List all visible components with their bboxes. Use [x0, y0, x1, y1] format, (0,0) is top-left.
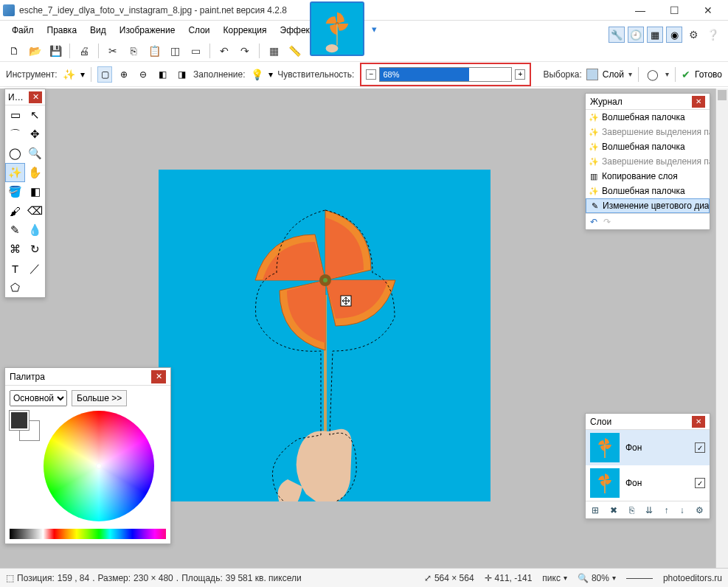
tool-pencil[interactable]: ✎ — [5, 220, 25, 240]
thumb-menu-icon[interactable]: ▾ — [372, 24, 377, 35]
antialias-icon[interactable]: ◯ — [645, 66, 661, 83]
selection-invert-icon[interactable]: ◨ — [174, 66, 189, 83]
deselect-icon[interactable]: ▭ — [187, 43, 204, 59]
fill-dropdown-icon[interactable]: ▾ — [268, 69, 273, 80]
tool-ellipse-select[interactable]: ◯ — [5, 144, 25, 163]
tool-clone[interactable]: ⌘ — [5, 240, 25, 259]
cut-icon[interactable]: ✂ — [105, 43, 121, 59]
layers-panel-toggle[interactable]: ▦ — [647, 27, 663, 43]
selection-add-icon[interactable]: ⊕ — [117, 66, 131, 83]
copy-icon[interactable]: ⎘ — [125, 43, 142, 59]
layer-add-icon[interactable]: ⊞ — [592, 505, 599, 515]
selection-scope-value[interactable]: Слой — [603, 69, 624, 80]
tool-zoom[interactable]: 🔍 — [25, 144, 45, 163]
history-redo-icon[interactable]: ↷ — [603, 217, 611, 227]
status-unit[interactable]: пикс ▾ — [542, 573, 567, 583]
tool-text[interactable]: T — [5, 259, 25, 278]
document-thumb[interactable] — [310, 1, 364, 56]
fill-mode-icon[interactable]: 💡 — [250, 66, 265, 83]
history-window-header[interactable]: Журнал ✕ — [586, 94, 710, 110]
crop-icon[interactable]: ◫ — [167, 43, 183, 59]
menu-file[interactable]: Файл — [6, 22, 40, 38]
close-button[interactable]: ✕ — [691, 0, 725, 21]
tool-brush[interactable]: 🖌 — [5, 201, 25, 220]
menu-layers[interactable]: Слои — [182, 22, 215, 38]
history-window-close[interactable]: ✕ — [692, 96, 705, 108]
redo-icon[interactable]: ↷ — [237, 43, 253, 59]
settings-icon[interactable]: ⚙ — [685, 27, 701, 43]
colors-window-close[interactable]: ✕ — [151, 370, 166, 383]
menu-adjust[interactable]: Коррекция — [218, 22, 273, 38]
fg-color-swatch[interactable] — [10, 411, 29, 430]
commit-label[interactable]: Готово — [695, 69, 722, 80]
layer-visible-checkbox[interactable]: ✓ — [695, 478, 705, 488]
tolerance-plus-button[interactable]: + — [515, 69, 525, 80]
tool-move-pixels[interactable]: ✥ — [25, 125, 45, 144]
history-panel-toggle[interactable]: 🕘 — [628, 27, 644, 43]
tool-eraser[interactable]: ⌫ — [25, 201, 45, 220]
layers-window-close[interactable]: ✕ — [692, 416, 705, 428]
open-icon[interactable]: 📂 — [27, 43, 43, 59]
history-item[interactable]: ✎Изменение цветового диапазона — [586, 198, 710, 213]
history-item[interactable]: ✨Завершение выделения палочкой — [586, 154, 710, 169]
colors-panel-toggle[interactable]: ◉ — [666, 27, 682, 43]
color-mode-select[interactable]: Основной — [10, 390, 67, 406]
ruler-icon[interactable]: 📏 — [286, 43, 302, 59]
layers-window-header[interactable]: Слои ✕ — [586, 414, 710, 430]
tools-panel-toggle[interactable]: 🔧 — [609, 27, 625, 43]
status-slider[interactable]: ——— — [626, 573, 653, 583]
tool-paint-bucket[interactable]: 🪣 — [5, 182, 25, 201]
antialias-dropdown-icon[interactable]: ▾ — [665, 70, 669, 78]
layer-row[interactable]: Фон ✓ — [586, 465, 710, 501]
canvas[interactable] — [159, 170, 490, 501]
tool-gradient[interactable]: ◧ — [25, 182, 45, 201]
zoom-dropdown-icon[interactable]: ▾ — [612, 574, 616, 582]
tool-dropdown-icon[interactable]: ▾ — [80, 69, 85, 80]
layer-row[interactable]: Фон ✓ — [586, 430, 710, 465]
tolerance-minus-button[interactable]: − — [366, 69, 376, 80]
history-item[interactable]: ✨Волшебная палочка — [586, 110, 710, 125]
fg-bg-swatches[interactable] — [10, 411, 39, 521]
unit-dropdown-icon[interactable]: ▾ — [564, 574, 567, 582]
tolerance-slider[interactable]: 68% — [379, 67, 512, 82]
current-tool-icon[interactable]: ✨ — [62, 66, 77, 83]
help-icon[interactable]: ❔ — [704, 27, 721, 43]
history-undo-icon[interactable]: ↶ — [590, 217, 597, 227]
history-item[interactable]: ✨Волшебная палочка — [586, 184, 710, 198]
vertical-scrollbar[interactable] — [715, 88, 728, 568]
menu-edit[interactable]: Правка — [41, 22, 83, 38]
tool-lasso[interactable]: ⌒ — [5, 125, 25, 144]
tool-move-selection[interactable]: ↖ — [25, 105, 45, 125]
layer-visible-checkbox[interactable]: ✓ — [695, 442, 705, 453]
tools-window-header[interactable]: И… ✕ — [5, 89, 45, 105]
paste-icon[interactable]: 📋 — [146, 43, 162, 59]
menu-image[interactable]: Изображение — [114, 22, 181, 38]
grid-icon[interactable]: ▦ — [266, 43, 282, 59]
selection-subtract-icon[interactable]: ⊖ — [136, 66, 150, 83]
history-item[interactable]: ✨Волшебная палочка — [586, 139, 710, 154]
minimize-button[interactable]: — — [623, 0, 657, 21]
new-icon[interactable]: 🗋 — [6, 43, 22, 59]
colors-more-button[interactable]: Больше >> — [72, 390, 127, 406]
save-icon[interactable]: 💾 — [47, 43, 63, 59]
history-item[interactable]: ✨Завершение выделения палочкой — [586, 125, 710, 139]
tool-pan[interactable]: ✋ — [25, 163, 45, 182]
undo-icon[interactable]: ↶ — [216, 43, 232, 59]
color-wheel[interactable] — [44, 411, 154, 521]
colors-window-header[interactable]: Палитра ✕ — [5, 368, 170, 386]
history-item[interactable]: ▥Копирование слоя — [586, 169, 710, 184]
layer-delete-icon[interactable]: ✖ — [610, 505, 617, 515]
layer-duplicate-icon[interactable]: ⎘ — [629, 505, 634, 515]
print-icon[interactable]: 🖨 — [76, 43, 92, 59]
maximize-button[interactable]: ☐ — [657, 0, 691, 21]
selection-scope-dropdown-icon[interactable]: ▾ — [628, 70, 632, 78]
layer-merge-icon[interactable]: ⇊ — [645, 505, 653, 515]
tool-recolor[interactable]: ↻ — [25, 240, 45, 259]
selection-intersect-icon[interactable]: ◧ — [155, 66, 170, 83]
tool-line[interactable]: ／ — [25, 259, 45, 278]
layer-down-icon[interactable]: ↓ — [680, 505, 684, 515]
tool-magic-wand[interactable]: ✨ — [5, 163, 25, 182]
layer-props-icon[interactable]: ⚙ — [696, 505, 704, 515]
selection-replace-icon[interactable]: ▢ — [97, 66, 112, 83]
status-zoom[interactable]: 🔍 80% ▾ — [578, 573, 616, 583]
